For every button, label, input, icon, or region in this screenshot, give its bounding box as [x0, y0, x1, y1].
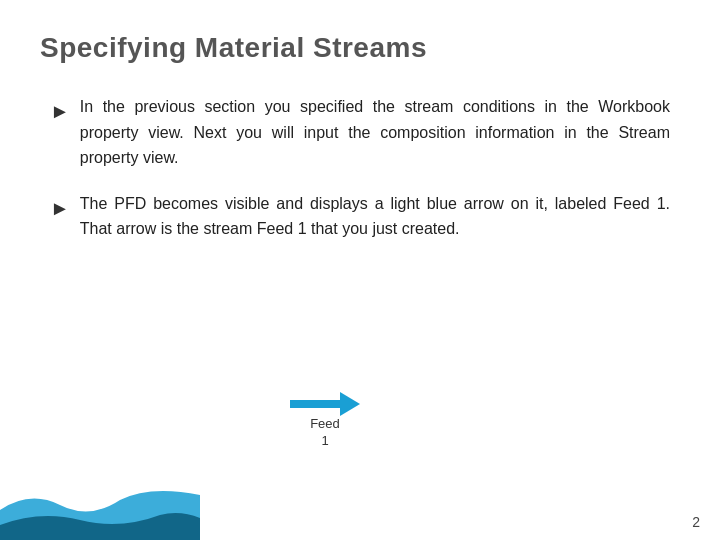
- slide: Specifying Material Streams ► In the pre…: [0, 0, 720, 540]
- feed-arrow-icon: [290, 392, 360, 416]
- feed-label: Feed 1: [310, 416, 340, 450]
- slide-title: Specifying Material Streams: [0, 0, 720, 84]
- bullet-text-1: In the previous section you specified th…: [80, 94, 670, 171]
- svg-rect-0: [290, 400, 340, 408]
- svg-marker-1: [340, 392, 360, 416]
- feed-arrow-container: Feed 1: [290, 392, 360, 450]
- bullet-item-2: ► The PFD becomes visible and displays a…: [50, 191, 670, 242]
- bullet-arrow-1: ►: [50, 96, 70, 126]
- feed-diagram: Feed 1: [290, 392, 360, 450]
- page-number: 2: [692, 514, 700, 530]
- bullet-arrow-2: ►: [50, 193, 70, 223]
- bottom-wave-svg: [0, 480, 200, 540]
- bullet-text-2: The PFD becomes visible and displays a l…: [80, 191, 670, 242]
- slide-content: ► In the previous section you specified …: [0, 84, 720, 272]
- bullet-item-1: ► In the previous section you specified …: [50, 94, 670, 171]
- bottom-decoration: [0, 480, 200, 540]
